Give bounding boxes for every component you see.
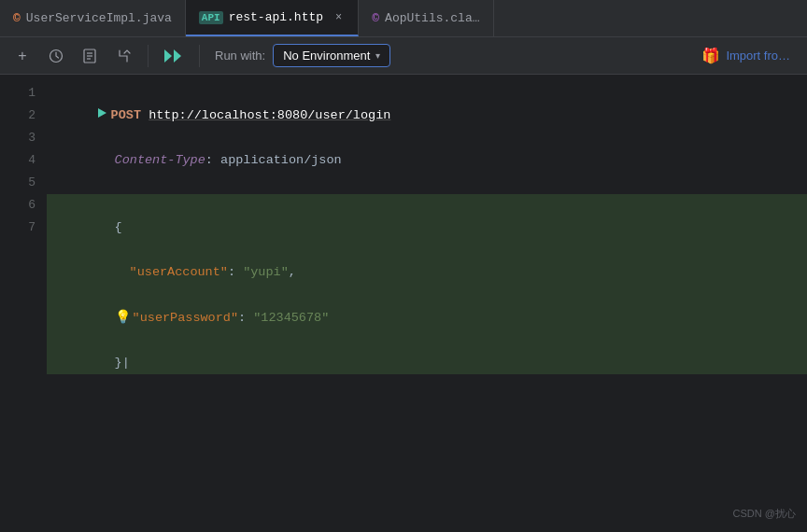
line-number-1: 1 (0, 82, 35, 105)
class-icon: © (372, 11, 379, 25)
line-number-6: 6 (0, 194, 35, 217)
branch-icon (116, 49, 131, 63)
file-icon (82, 49, 97, 63)
json-key-useraccount: "userAccount" (130, 265, 228, 279)
toolbar-separator2 (199, 45, 200, 67)
java-icon: © (13, 11, 21, 25)
code-line-2: Content-Type: application/json (47, 127, 807, 172)
run-all-icon (163, 49, 184, 63)
line-number-5: 5 (0, 172, 35, 194)
add-button[interactable]: + (9, 43, 35, 69)
file-button[interactable] (77, 43, 103, 69)
line-number-3: 3 (0, 127, 35, 149)
tab-aoputils[interactable]: © AopUtils.cla… (359, 0, 493, 36)
open-brace: { (115, 220, 122, 234)
header-value: application/json (220, 153, 342, 167)
code-line-7: }| (47, 329, 807, 374)
toolbar: + Run with: No Environment ▾ 🎁 I (0, 37, 807, 75)
svg-marker-5 (164, 49, 172, 63)
code-area[interactable]: POST http://localhost:8080/user/login Co… (47, 75, 807, 532)
environment-dropdown[interactable]: No Environment ▾ (273, 44, 390, 67)
tab-usersvc[interactable]: © UserServiceImpl.java (0, 0, 186, 36)
run-with-label: Run with: (215, 49, 265, 63)
header-key: Content-Type (115, 153, 205, 167)
code-line-4: { (47, 194, 807, 239)
toolbar-separator (148, 45, 149, 67)
branch-button[interactable] (110, 43, 136, 69)
tab-label: AopUtils.cla… (385, 11, 479, 25)
code-line-6: 💡"userPassword": "12345678" (47, 284, 807, 329)
lightbulb-icon: 💡 (115, 306, 131, 329)
http-method: POST (111, 108, 141, 122)
run-all-button[interactable] (160, 45, 188, 67)
json-key-userpassword: "userPassword" (133, 311, 238, 325)
chevron-down-icon: ▾ (375, 50, 380, 61)
history-button[interactable] (43, 43, 69, 69)
tab-close-button[interactable]: × (333, 10, 345, 25)
header-colon: : (205, 153, 220, 167)
request-url: http://localhost:8080/user/login (149, 108, 390, 122)
close-brace: } (115, 356, 122, 370)
tab-label: rest-api.http (229, 10, 323, 24)
import-button[interactable]: 🎁 Import fro… (694, 43, 798, 68)
tab-label: UserServiceImpl.java (26, 11, 172, 25)
history-icon (49, 49, 64, 63)
env-label: No Environment (283, 49, 370, 63)
import-label: Import fro… (726, 49, 790, 63)
editor: 1 2 3 4 5 6 7 POST http://localhost:8080… (0, 75, 807, 532)
run-line-button[interactable] (96, 107, 107, 119)
watermark: CSDN @扰心 (733, 507, 796, 521)
tab-bar: © UserServiceImpl.java API rest-api.http… (0, 0, 807, 37)
line-number-7: 7 (0, 217, 35, 239)
code-line-5: "userAccount": "yupi", (47, 239, 807, 284)
line-number-4: 4 (0, 149, 35, 172)
gift-icon: 🎁 (701, 47, 720, 64)
code-line-3 (47, 172, 807, 194)
json-val-useraccount: "yupi" (243, 265, 289, 279)
svg-marker-6 (174, 49, 181, 63)
code-line-1: POST http://localhost:8080/user/login (47, 82, 807, 127)
line-number-2: 2 (0, 105, 35, 127)
line-numbers: 1 2 3 4 5 6 7 (0, 75, 47, 532)
svg-marker-7 (98, 108, 106, 118)
tab-restapi[interactable]: API rest-api.http × (186, 0, 359, 36)
api-icon: API (199, 11, 223, 24)
json-val-userpassword: "12345678" (253, 311, 329, 325)
